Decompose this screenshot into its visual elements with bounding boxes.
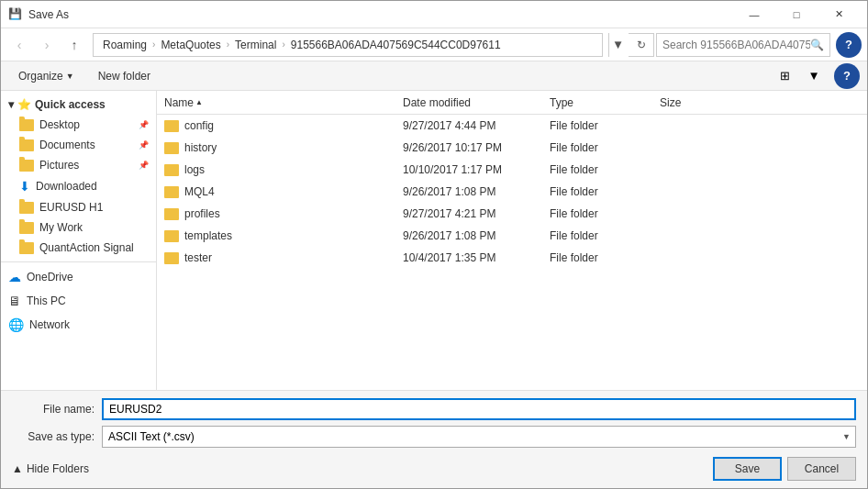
refresh-button[interactable]: ↻: [629, 33, 654, 57]
sort-icon: ▲: [195, 98, 203, 106]
sidebar-item-desktop[interactable]: Desktop 📌: [1, 115, 156, 135]
network-icon: 🌐: [8, 317, 24, 332]
cell-date: 9/27/2017 4:21 PM: [403, 207, 550, 220]
network-section: 🌐 Network: [1, 314, 156, 336]
quick-access-label: Quick access: [35, 98, 106, 111]
view-button[interactable]: ⊞: [772, 64, 797, 88]
help-button[interactable]: ?: [836, 32, 862, 58]
breadcrumb-id[interactable]: 915566BA06ADA407569C544CC0D97611: [287, 37, 505, 53]
filename-row: File name:: [12, 398, 856, 420]
column-type[interactable]: Type: [550, 96, 660, 109]
address-bar[interactable]: Roaming › MetaQuotes › Terminal › 915566…: [93, 33, 603, 57]
sidebar-item-onedrive[interactable]: ☁ OneDrive: [1, 266, 156, 288]
cell-date: 10/4/2017 1:35 PM: [403, 251, 550, 264]
column-name[interactable]: Name ▲: [164, 96, 403, 109]
folder-icon: [164, 164, 179, 176]
table-row[interactable]: history 9/26/2017 10:17 PM File folder: [157, 137, 867, 159]
sidebar-item-label: My Work: [39, 221, 83, 234]
titlebar: 💾 Save As — □ ✕: [1, 1, 867, 28]
filename-text: tester: [184, 251, 212, 264]
sidebar-divider: [1, 261, 156, 262]
savetype-select[interactable]: ASCII Text (*.csv): [102, 426, 856, 448]
quick-access-header[interactable]: ▾ ⭐ Quick access: [1, 94, 156, 115]
filename-text: logs: [184, 163, 205, 176]
thispc-section: 🖥 This PC: [1, 290, 156, 312]
new-folder-button[interactable]: New folder: [88, 64, 161, 88]
column-date[interactable]: Date modified: [403, 96, 550, 109]
table-row[interactable]: tester 10/4/2017 1:35 PM File folder: [157, 247, 867, 269]
sidebar-item-network[interactable]: 🌐 Network: [1, 314, 156, 336]
organize-button[interactable]: Organize ▼: [8, 64, 84, 88]
organize-dropdown-icon: ▼: [66, 72, 74, 81]
pin-icon: 📌: [139, 140, 149, 150]
pin-icon: 📌: [139, 161, 149, 170]
sidebar-item-pictures[interactable]: Pictures 📌: [1, 155, 156, 175]
chevron-up-icon: ▲: [12, 462, 23, 475]
minimize-button[interactable]: —: [733, 1, 775, 28]
folder-icon: [19, 202, 34, 214]
sidebar-item-label: Documents: [39, 139, 95, 151]
cell-name: templates: [164, 229, 403, 242]
folder-icon: [164, 142, 179, 154]
search-box: 🔍: [656, 33, 830, 57]
hide-folders-label: Hide Folders: [27, 462, 89, 475]
view-dropdown-button[interactable]: ▼: [801, 64, 827, 88]
table-row[interactable]: templates 9/26/2017 1:08 PM File folder: [157, 225, 867, 247]
file-list: Name ▲ Date modified Type Size config 9/…: [157, 91, 867, 390]
breadcrumb-roaming[interactable]: Roaming: [99, 37, 150, 53]
filename-text: config: [184, 119, 214, 132]
table-row[interactable]: profiles 9/27/2017 4:21 PM File folder: [157, 203, 867, 225]
breadcrumb-metaquotes[interactable]: MetaQuotes: [157, 37, 224, 53]
quick-access-section: ▾ ⭐ Quick access Desktop 📌 Documents 📌 P…: [1, 94, 156, 258]
cell-type: File folder: [550, 163, 660, 176]
sidebar-item-downloaded[interactable]: ⬇ Downloaded: [1, 175, 156, 197]
table-row[interactable]: config 9/27/2017 4:44 PM File folder: [157, 115, 867, 137]
address-dropdown-button[interactable]: ▼: [608, 33, 627, 57]
savetype-row: Save as type: ASCII Text (*.csv): [12, 426, 856, 448]
file-list-header: Name ▲ Date modified Type Size: [157, 91, 867, 115]
sidebar-item-quantaction[interactable]: QuantAction Signal: [1, 238, 156, 258]
folder-icon: [164, 186, 179, 198]
sidebar-item-eurusd[interactable]: EURUSD H1: [1, 197, 156, 217]
hide-folders-toggle[interactable]: ▲ Hide Folders: [12, 459, 89, 479]
pin-icon: 📌: [139, 120, 149, 129]
table-row[interactable]: MQL4 9/26/2017 1:08 PM File folder: [157, 181, 867, 203]
bottom-form-area: File name: Save as type: ASCII Text (*.c…: [1, 390, 867, 488]
breadcrumb-terminal[interactable]: Terminal: [231, 37, 280, 53]
filename-text: MQL4: [184, 185, 215, 198]
savetype-wrapper: ASCII Text (*.csv): [102, 426, 856, 448]
save-button[interactable]: Save: [713, 457, 782, 481]
filename-label: File name:: [12, 403, 95, 416]
forward-button[interactable]: ›: [34, 32, 60, 58]
search-input[interactable]: [662, 39, 810, 51]
sidebar-item-label: EURUSD H1: [39, 201, 103, 214]
close-button[interactable]: ✕: [818, 1, 860, 28]
pc-icon: 🖥: [8, 294, 21, 308]
back-button[interactable]: ‹: [6, 32, 32, 58]
sidebar-item-thispc[interactable]: 🖥 This PC: [1, 290, 156, 312]
sidebar-item-mywork[interactable]: My Work: [1, 217, 156, 238]
sidebar-item-documents[interactable]: Documents 📌: [1, 135, 156, 155]
up-button[interactable]: ↑: [61, 32, 87, 58]
cell-name: config: [164, 119, 403, 132]
cancel-button[interactable]: Cancel: [787, 457, 856, 481]
folder-icon: [164, 252, 179, 264]
cell-date: 10/10/2017 1:17 PM: [403, 163, 550, 176]
column-size[interactable]: Size: [660, 96, 733, 109]
star-icon: ⭐: [17, 98, 31, 111]
maximize-button[interactable]: □: [775, 1, 818, 28]
help-icon-button[interactable]: ?: [834, 63, 860, 89]
search-icon: 🔍: [810, 39, 824, 51]
folder-icon: [19, 119, 34, 131]
window-title: Save As: [28, 8, 733, 21]
cell-type: File folder: [550, 229, 660, 242]
new-folder-label: New folder: [98, 70, 150, 83]
sidebar-item-label: OneDrive: [27, 271, 73, 283]
main-area: ▾ ⭐ Quick access Desktop 📌 Documents 📌 P…: [1, 91, 867, 390]
filename-input[interactable]: [102, 398, 856, 420]
onedrive-icon: ☁: [8, 270, 21, 284]
table-row[interactable]: logs 10/10/2017 1:17 PM File folder: [157, 159, 867, 181]
cell-type: File folder: [550, 185, 660, 198]
titlebar-controls: — □ ✕: [733, 1, 860, 28]
file-rows: config 9/27/2017 4:44 PM File folder his…: [157, 115, 867, 269]
